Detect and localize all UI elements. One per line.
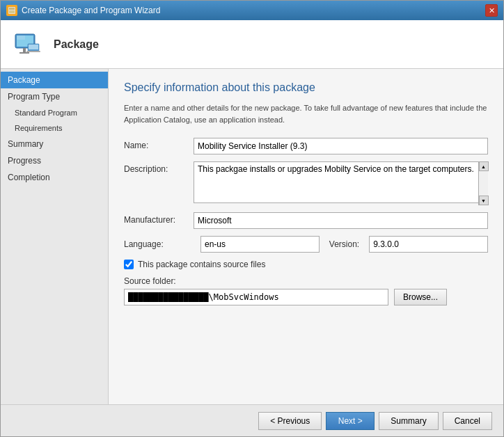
manufacturer-label: Manufacturer: bbox=[124, 212, 194, 225]
svg-rect-7 bbox=[23, 48, 26, 52]
title-bar-left: Create Package and Program Wizard bbox=[6, 5, 160, 16]
app-icon bbox=[6, 5, 17, 16]
header-title: Package bbox=[54, 38, 99, 51]
name-row: Name: bbox=[124, 138, 488, 154]
window-title: Create Package and Program Wizard bbox=[22, 6, 160, 15]
description-row: Description: ▲ ▼ bbox=[124, 161, 488, 205]
footer: < Previous Next > Summary Cancel bbox=[1, 404, 503, 436]
manufacturer-control bbox=[194, 212, 488, 229]
manufacturer-row: Manufacturer: bbox=[124, 212, 488, 229]
description-label: Description: bbox=[124, 161, 194, 174]
svg-rect-11 bbox=[26, 51, 40, 52]
previous-button[interactable]: < Previous bbox=[258, 412, 322, 430]
package-icon bbox=[10, 28, 44, 61]
language-version-row: Language: Version: bbox=[124, 236, 488, 253]
next-button[interactable]: Next > bbox=[326, 412, 375, 430]
language-input[interactable] bbox=[200, 236, 320, 253]
browse-button[interactable]: Browse... bbox=[394, 289, 447, 305]
svg-rect-8 bbox=[19, 52, 29, 54]
scroll-down[interactable]: ▼ bbox=[479, 196, 489, 205]
version-input[interactable] bbox=[369, 236, 488, 253]
source-folder-label: Source folder: bbox=[124, 276, 488, 286]
sidebar-item-requirements[interactable]: Requirements bbox=[1, 120, 108, 136]
description-text: Enter a name and other details for the n… bbox=[124, 102, 488, 125]
header-bar: Package bbox=[1, 20, 503, 69]
sidebar-item-summary[interactable]: Summary bbox=[1, 136, 108, 152]
svg-rect-10 bbox=[29, 45, 38, 49]
wizard-window: Create Package and Program Wizard ✕ Pack… bbox=[0, 0, 504, 437]
main-panel: Specify information about this package E… bbox=[109, 69, 503, 404]
svg-rect-6 bbox=[17, 35, 25, 40]
summary-button[interactable]: Summary bbox=[379, 412, 438, 430]
version-label: Version: bbox=[329, 239, 359, 249]
cancel-button[interactable]: Cancel bbox=[443, 412, 492, 430]
sidebar: Package Program Type Standard Program Re… bbox=[1, 69, 109, 404]
name-label: Name: bbox=[124, 138, 194, 150]
scroll-up[interactable]: ▲ bbox=[479, 161, 489, 171]
sidebar-item-progress[interactable]: Progress bbox=[1, 152, 108, 169]
checkbox-row: This package contains source files bbox=[124, 260, 488, 269]
sidebar-item-package[interactable]: Package bbox=[1, 72, 108, 88]
source-folder-input[interactable] bbox=[124, 289, 388, 305]
title-bar: Create Package and Program Wizard ✕ bbox=[1, 1, 503, 20]
description-wrapper: ▲ ▼ bbox=[194, 161, 488, 205]
sidebar-item-program-type[interactable]: Program Type bbox=[1, 88, 108, 105]
svg-rect-3 bbox=[9, 10, 15, 13]
main-heading: Specify information about this package bbox=[124, 81, 488, 94]
source-folder-section: Source folder: Browse... bbox=[124, 276, 488, 305]
source-files-label[interactable]: This package contains source files bbox=[138, 260, 265, 269]
name-input[interactable] bbox=[194, 138, 488, 154]
content-area: Package Program Type Standard Program Re… bbox=[1, 69, 503, 404]
source-files-checkbox[interactable] bbox=[124, 260, 134, 269]
close-button[interactable]: ✕ bbox=[485, 4, 498, 17]
description-input[interactable] bbox=[194, 161, 488, 203]
name-control bbox=[194, 138, 488, 154]
sidebar-item-standard-program[interactable]: Standard Program bbox=[1, 105, 108, 120]
manufacturer-input[interactable] bbox=[194, 212, 488, 229]
svg-rect-2 bbox=[9, 8, 15, 10]
source-folder-row: Browse... bbox=[124, 289, 488, 305]
scrollbar[interactable]: ▲ ▼ bbox=[478, 161, 488, 205]
sidebar-item-completion[interactable]: Completion bbox=[1, 169, 108, 186]
language-label: Language: bbox=[124, 239, 194, 249]
